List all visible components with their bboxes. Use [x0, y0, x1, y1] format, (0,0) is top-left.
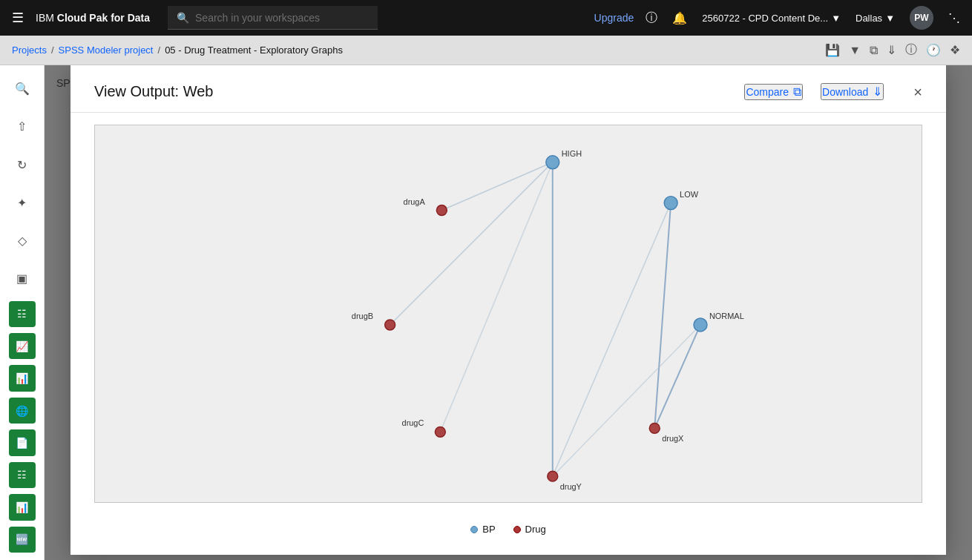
sidebar-green-item-7[interactable]: 📊 [9, 494, 36, 520]
legend-bp: BP [470, 524, 495, 535]
modal-overlay[interactable]: View Output: Web Compare ⧉ Download ⇓ × [45, 65, 972, 560]
sidebar-green-item-6[interactable]: ☷ [9, 462, 36, 488]
svg-text:drugX: drugX [662, 434, 684, 443]
svg-point-19 [435, 426, 445, 437]
svg-text:drugC: drugC [402, 418, 424, 427]
sidebar-item-filter[interactable]: ✦ [0, 185, 44, 220]
svg-point-13 [694, 318, 707, 332]
workspace-selector[interactable]: 2560722 - CPD Content De... ▼ [702, 13, 841, 24]
svg-text:NORMAL: NORMAL [709, 312, 744, 320]
download-icon: ⇓ [873, 85, 882, 99]
download-icon[interactable]: ⇓ [887, 43, 896, 57]
breadcrumb-projects[interactable]: Projects [12, 45, 47, 56]
green-icon-8: 🆕 [16, 533, 28, 545]
notifications-icon[interactable]: 🔔 [672, 11, 687, 25]
breadcrumb-sep-2: / [158, 45, 161, 56]
green-icon-2: 📈 [16, 340, 28, 352]
sidebar-green-item-2[interactable]: 📈 [9, 333, 36, 359]
save-icon[interactable]: 💾 [825, 43, 840, 57]
workspace-chevron-icon: ▼ [831, 13, 841, 24]
svg-point-23 [548, 471, 558, 481]
sidebar-item-import[interactable]: ⇧ [0, 109, 44, 144]
svg-point-15 [436, 205, 447, 216]
content-area: SPSS Modeler outputs are visible behind … [45, 65, 972, 560]
search-input[interactable] [195, 12, 369, 24]
green-icon-5: 📄 [16, 437, 28, 449]
top-navigation: ☰ IBM Cloud Pak for Data 🔍 Upgrade ⓘ 🔔 2… [0, 0, 972, 36]
view-icon[interactable]: ❖ [950, 43, 960, 57]
breadcrumb-project[interactable]: SPSS Modeler project [59, 45, 154, 56]
graph-container: HIGH LOW NORMAL drugA drugB [94, 125, 922, 503]
svg-text:HIGH: HIGH [562, 149, 582, 158]
modal-header: View Output: Web Compare ⧉ Download ⇓ × [70, 65, 946, 113]
svg-point-11 [664, 197, 677, 210]
view-output-modal: View Output: Web Compare ⧉ Download ⇓ × [70, 65, 946, 555]
svg-text:drugB: drugB [352, 312, 373, 320]
legend-bp-dot [470, 526, 478, 533]
account-avatar[interactable]: PW [910, 6, 933, 30]
global-search[interactable]: 🔍 [168, 6, 378, 30]
svg-point-21 [649, 423, 660, 433]
legend-bp-label: BP [482, 524, 495, 535]
sidebar-green-item-8[interactable]: 🆕 [9, 527, 36, 553]
app-brand: IBM Cloud Pak for Data [36, 12, 150, 24]
green-icon-6: ☷ [17, 469, 27, 481]
sidebar-import-icon: ⇧ [17, 119, 27, 134]
nav-icons: ⓘ 🔔 2560722 - CPD Content De... ▼ Dallas… [646, 6, 960, 30]
region-chevron-icon: ▼ [885, 13, 895, 24]
svg-point-9 [546, 156, 559, 169]
compare-button[interactable]: Compare ⧉ [744, 84, 803, 100]
compare-icon: ⧉ [793, 85, 801, 99]
web-graph-svg: HIGH LOW NORMAL drugA drugB [95, 125, 922, 502]
sidebar-recent-icon: ↻ [17, 158, 27, 172]
legend-drug-dot [513, 526, 521, 533]
svg-text:drugY: drugY [560, 482, 582, 491]
green-icon-3: 📊 [16, 372, 28, 384]
sidebar-test-icon: ▣ [16, 271, 27, 286]
svg-text:drugA: drugA [404, 197, 426, 206]
green-icon-4: 🌐 [16, 405, 28, 417]
sidebar-item-recent[interactable]: ↻ [0, 148, 44, 182]
breadcrumb-bar: Projects / SPSS Modeler project / 05 - D… [0, 36, 972, 65]
modal-close-button[interactable]: × [913, 85, 922, 99]
legend-drug: Drug [513, 524, 546, 535]
share-icon[interactable]: ⧉ [870, 44, 878, 57]
app-switcher-icon[interactable]: ⋱ [948, 11, 960, 25]
breadcrumb-actions: 💾 ▼ ⧉ ⇓ ⓘ 🕐 ❖ [825, 42, 960, 58]
main-layout: 🔍 ⇧ ↻ ✦ ◇ ▣ [0, 65, 972, 560]
sidebar-search-icon: 🔍 [15, 82, 30, 96]
green-icon-7: 📊 [16, 501, 28, 513]
search-icon: 🔍 [177, 12, 189, 24]
sidebar-models-icon: ◇ [18, 234, 27, 248]
sidebar-green-item-3[interactable]: 📊 [9, 365, 36, 391]
sidebar-green-item-4[interactable]: 🌐 [9, 398, 36, 424]
sidebar-green-item-1[interactable]: ☷ [9, 301, 36, 327]
svg-text:LOW: LOW [680, 190, 699, 199]
breadcrumb-sep-1: / [51, 45, 54, 56]
hamburger-menu-icon[interactable]: ☰ [12, 10, 24, 26]
history-icon[interactable]: 🕐 [926, 43, 941, 57]
graph-legend: BP Drug [70, 515, 946, 538]
download-button[interactable]: Download ⇓ [821, 83, 884, 100]
legend-drug-label: Drug [525, 524, 546, 535]
sidebar-filter-icon: ✦ [17, 196, 27, 210]
sidebar-green-item-5[interactable]: 📄 [9, 429, 36, 455]
modal-title: View Output: Web [94, 83, 744, 100]
chevron-down-icon[interactable]: ▼ [849, 44, 861, 57]
modal-actions: Compare ⧉ Download ⇓ × [744, 83, 922, 100]
sidebar-item-models[interactable]: ◇ [0, 223, 44, 258]
breadcrumb-current: 05 - Drug Treatment - Exploratory Graphs [165, 45, 343, 56]
sidebar-item-test[interactable]: ▣ [0, 261, 44, 296]
info-icon[interactable]: ⓘ [905, 42, 917, 58]
region-selector[interactable]: Dallas ▼ [856, 13, 895, 24]
svg-point-17 [385, 320, 395, 330]
upgrade-button[interactable]: Upgrade [594, 12, 634, 24]
sidebar-item-search[interactable]: 🔍 [0, 71, 44, 106]
sidebar: 🔍 ⇧ ↻ ✦ ◇ ▣ [0, 65, 45, 560]
help-icon[interactable]: ⓘ [646, 10, 657, 26]
green-icon-1: ☷ [17, 308, 27, 320]
